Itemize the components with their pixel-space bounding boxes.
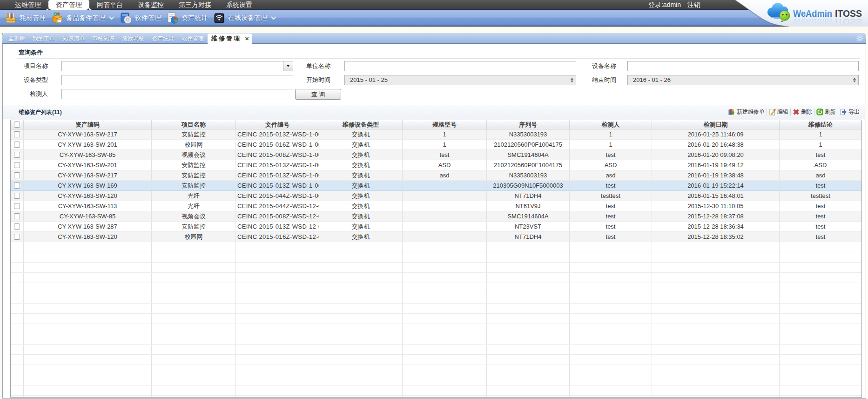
row-checkbox[interactable] — [14, 131, 20, 137]
empty-cell — [652, 242, 780, 252]
toolbar-button[interactable]: 资产统计 — [167, 12, 208, 24]
workspace-tab[interactable]: 我的工单 — [29, 34, 59, 44]
workspace-tab-active[interactable]: 维修管理✕ — [208, 34, 252, 44]
column-header-7[interactable]: 检测日期 — [652, 120, 780, 129]
row-checkbox[interactable] — [14, 213, 20, 219]
empty-cell — [403, 304, 487, 313]
unit-name-label: 单位名称 — [294, 61, 330, 71]
top-nav-item-4[interactable]: 第三方对接 — [171, 0, 219, 10]
column-header-1[interactable]: 项目名称 — [152, 120, 236, 129]
row-checkbox[interactable] — [14, 172, 20, 178]
row-checkbox[interactable] — [14, 234, 20, 240]
empty-cell — [319, 345, 403, 354]
table-row-2[interactable]: CY-XYW-163-SW-85视频会议CEINC 2015-008Z-WSD-… — [11, 150, 861, 160]
toolbar-button[interactable]: 备品备件管理 — [51, 12, 114, 24]
table-cell: 2016-01-25 11:46:09 — [652, 129, 780, 139]
empty-cell — [152, 396, 236, 398]
empty-table-row — [11, 375, 861, 385]
start-time-label: 开始时间 — [294, 75, 330, 85]
toolbar-button[interactable]: 软件管理 — [120, 12, 161, 24]
table-row-6[interactable]: CY-XYW-163-SW-120光纤CEINC 2015-044Z-WSD-1… — [11, 191, 861, 201]
table-row-10[interactable]: CY-XYW-163-SW-120校园网CEINC 2015-016Z-WSD-… — [11, 232, 861, 242]
list-toolbar-button[interactable]: 删除 — [793, 108, 812, 116]
top-nav-item-2[interactable]: 网管平台 — [89, 0, 130, 10]
empty-cell — [11, 355, 24, 365]
top-nav-item-5[interactable]: 系统设置 — [219, 0, 260, 10]
column-header-3[interactable]: 维修设备类型 — [319, 120, 403, 129]
row-checkbox[interactable] — [14, 183, 20, 189]
column-header-5[interactable]: 序列号 — [487, 120, 570, 129]
top-nav-item-3[interactable]: 设备监控 — [130, 0, 171, 10]
list-toolbar-button[interactable]: 新建维修单 — [728, 108, 765, 116]
workspace-tab[interactable]: 监测树 — [5, 34, 29, 44]
table-cell: test — [570, 181, 652, 190]
list-toolbar-button[interactable]: 导出 — [840, 108, 860, 116]
spinner-down-icon — [571, 81, 573, 82]
workspace-tab[interactable]: 知识清单 — [59, 34, 88, 44]
row-checkbox[interactable] — [14, 162, 20, 168]
table-cell: 校园网 — [152, 140, 236, 149]
toolbar-button[interactable]: 在线设备管理 — [213, 12, 276, 24]
column-header-0[interactable]: 资产编码 — [24, 120, 152, 129]
end-time-spinner[interactable] — [851, 75, 857, 85]
table-row-5[interactable]: CY-XYW-163-SW-169安防监控CEINC 2015-013Z-WSD… — [11, 181, 861, 191]
list-toolbar-button-label: 新建维修单 — [737, 108, 765, 116]
project-name-dropdown-button[interactable] — [283, 61, 293, 71]
top-nav-item-1[interactable]: 资产管理 — [48, 0, 89, 10]
table-row-3[interactable]: CY-XYW-163-SW-201安防监控CEINC 2015-013Z-WSD… — [11, 160, 861, 170]
toolbar-separator — [814, 108, 814, 115]
table-cell: ASD — [403, 160, 487, 170]
table-row-7[interactable]: CY-XYW-163-SW-113光纤CEINC 2015-044Z-WSD-1… — [11, 201, 861, 211]
row-checkbox[interactable] — [14, 142, 20, 148]
search-button[interactable]: 查 询 — [295, 89, 341, 100]
start-time-spinner[interactable] — [569, 75, 575, 85]
column-header-2[interactable]: 文件编号 — [236, 120, 319, 129]
column-header-4[interactable]: 规格型号 — [403, 120, 487, 129]
empty-cell — [780, 365, 861, 375]
workspace-tab[interactable]: 审核知识 — [88, 34, 118, 44]
empty-cell — [487, 314, 570, 324]
empty-cell — [403, 396, 487, 398]
empty-cell — [652, 283, 780, 293]
list-toolbar-button[interactable]: 编辑 — [769, 108, 788, 116]
table-row-4[interactable]: CY-XYW-163-SW-217安防监控CEINC 2015-013Z-WSD… — [11, 170, 861, 181]
inspector-input[interactable] — [61, 89, 293, 99]
logout-link[interactable]: 注销 — [687, 0, 700, 10]
table-row-1[interactable]: CY-XYW-163-SW-201校园网CEINC 2015-016Z-WSD-… — [11, 140, 861, 150]
top-nav-item-0[interactable]: 运维管理 — [7, 0, 48, 10]
toolbar-button[interactable]: 耗材管理 — [5, 12, 46, 24]
tab-close-icon[interactable]: ✕ — [245, 36, 249, 41]
column-header-8[interactable]: 维修结论 — [780, 120, 861, 129]
end-time-field[interactable]: 2016 - 01 - 26 — [627, 75, 859, 85]
toolbar-separator — [767, 108, 767, 115]
device-type-input[interactable] — [61, 75, 293, 85]
table-cell: 安防监控 — [152, 181, 236, 190]
workspace-tab[interactable]: 绩效考核 — [118, 34, 148, 44]
gear-icon[interactable] — [856, 35, 863, 42]
project-name-input[interactable] — [61, 61, 293, 71]
workspace-tab[interactable]: 软件管理 — [178, 34, 208, 44]
empty-cell — [570, 242, 652, 252]
empty-cell — [236, 385, 319, 395]
list-toolbar-button[interactable]: 刷新 — [816, 108, 836, 116]
select-all-checkbox[interactable] — [14, 122, 20, 128]
unit-name-input[interactable] — [344, 61, 576, 71]
workspace-tab[interactable]: 资产统计 — [148, 34, 178, 44]
row-checkbox[interactable] — [14, 152, 20, 158]
table-row-8[interactable]: CY-XYW-163-SW-85视频会议CEINC 2015-008Z-WSD-… — [11, 211, 861, 222]
row-checkbox[interactable] — [14, 223, 20, 230]
column-header-6[interactable]: 检测人 — [570, 120, 652, 129]
empty-cell — [152, 355, 236, 365]
row-checkbox[interactable] — [14, 193, 20, 199]
empty-cell — [780, 304, 861, 313]
device-name-input[interactable] — [627, 61, 859, 71]
table-cell: 2015-12-30 11:10:05 — [652, 201, 780, 211]
toolbar-separator — [838, 108, 838, 115]
table-row-0[interactable]: CY-XYW-163-SW-217安防监控CEINC 2015-013Z-WSD… — [11, 129, 861, 140]
empty-cell — [24, 293, 152, 303]
start-time-field[interactable]: 2015 - 01 - 25 — [344, 75, 576, 85]
row-checkbox[interactable] — [14, 203, 20, 209]
table-row-9[interactable]: CY-XYW-163-SW-287安防监控CEINC 2015-013Z-WSD… — [11, 222, 861, 232]
empty-cell — [652, 304, 780, 313]
edit-icon — [769, 108, 776, 115]
